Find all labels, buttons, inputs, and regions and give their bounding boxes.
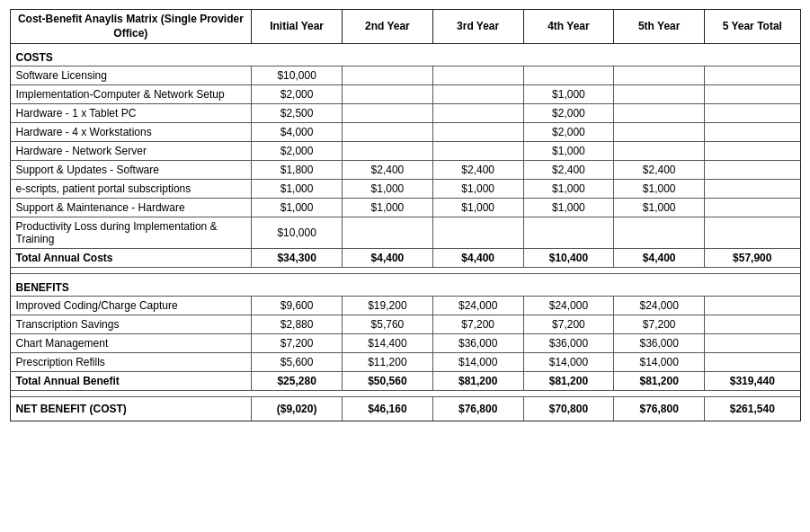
row-value: $4,000 [252, 123, 343, 142]
col-header-total: 5 Year Total [705, 10, 800, 44]
row-value: $70,800 [523, 397, 614, 421]
row-total [705, 66, 800, 85]
row-value [343, 66, 433, 85]
col-header-1: Initial Year [252, 10, 343, 44]
row-value: $1,000 [252, 199, 343, 217]
row-value: $7,200 [252, 334, 343, 353]
row-value: $1,800 [252, 161, 343, 180]
row-value: $11,200 [343, 353, 433, 372]
row-value: $2,500 [252, 104, 343, 123]
row-total [705, 199, 800, 217]
row-value [432, 217, 523, 249]
col-header-3: 3rd Year [432, 10, 523, 44]
row-label: Chart Management [10, 334, 252, 353]
row-value: $1,000 [252, 180, 343, 199]
row-label: Total Annual Benefit [10, 372, 252, 391]
row-total [705, 104, 800, 123]
spacer [10, 391, 800, 397]
row-value: $25,280 [252, 372, 343, 391]
row-value [432, 66, 523, 85]
row-value [343, 217, 433, 249]
row-value: $24,000 [432, 297, 523, 315]
row-total [705, 180, 800, 199]
col-header-2: 2nd Year [343, 10, 433, 44]
row-label: Software Licensing [10, 66, 252, 85]
row-value: $9,600 [252, 297, 343, 315]
section-header: COSTS [10, 44, 800, 66]
row-value [614, 66, 705, 85]
row-value: $14,000 [432, 353, 523, 372]
row-total [705, 353, 800, 372]
row-value [343, 123, 433, 142]
row-total: $319,440 [705, 372, 800, 391]
row-label: Productivity Loss during Implementation … [10, 217, 252, 249]
row-total: $57,900 [705, 249, 800, 268]
row-total [705, 315, 800, 334]
row-value: $7,200 [614, 315, 705, 334]
table-title: Cost-Benefit Anaylis Matrix (Single Prov… [10, 10, 252, 44]
row-value: $24,000 [614, 297, 705, 315]
row-label: e-scripts, patient portal subscriptions [10, 180, 252, 199]
row-value: $4,400 [432, 249, 523, 268]
row-value: $1,000 [614, 199, 705, 217]
row-value: $14,400 [343, 334, 433, 353]
row-value: $1,000 [614, 180, 705, 199]
row-value: $2,000 [252, 142, 343, 161]
row-value: $5,760 [343, 315, 433, 334]
row-value: $81,200 [523, 372, 614, 391]
row-value: $1,000 [523, 180, 614, 199]
row-value: $1,000 [343, 199, 433, 217]
row-value: $19,200 [343, 297, 433, 315]
row-value: $46,160 [343, 397, 433, 421]
row-value: $81,200 [614, 372, 705, 391]
row-value [343, 142, 433, 161]
row-label: Improved Coding/Charge Capture [10, 297, 252, 315]
row-value [614, 85, 705, 104]
row-value [432, 85, 523, 104]
col-header-4: 4th Year [523, 10, 614, 44]
row-label: Hardware - Network Server [10, 142, 252, 161]
cost-benefit-matrix: Cost-Benefit Anaylis Matrix (Single Prov… [10, 9, 801, 421]
row-value: $10,400 [523, 249, 614, 268]
row-value: $7,200 [523, 315, 614, 334]
row-total [705, 217, 800, 249]
row-value: $81,200 [432, 372, 523, 391]
row-value: $14,000 [523, 353, 614, 372]
row-value: $2,400 [432, 161, 523, 180]
row-total [705, 297, 800, 315]
row-value [614, 123, 705, 142]
row-value: $5,600 [252, 353, 343, 372]
row-value: $2,400 [343, 161, 433, 180]
row-total [705, 142, 800, 161]
row-value: $14,000 [614, 353, 705, 372]
row-value: $50,560 [343, 372, 433, 391]
row-total: $261,540 [705, 397, 800, 421]
row-value [614, 104, 705, 123]
row-value [343, 104, 433, 123]
row-value [523, 217, 614, 249]
row-value [523, 66, 614, 85]
row-value: $76,800 [432, 397, 523, 421]
row-total [705, 85, 800, 104]
row-value: $10,000 [252, 66, 343, 85]
row-value: $2,400 [614, 161, 705, 180]
row-label: Support & Updates - Software [10, 161, 252, 180]
row-value [614, 217, 705, 249]
row-value [614, 142, 705, 161]
row-value: $1,000 [432, 180, 523, 199]
row-value: $1,000 [523, 85, 614, 104]
row-value: $34,300 [252, 249, 343, 268]
row-value: $1,000 [343, 180, 433, 199]
row-value: $2,400 [523, 161, 614, 180]
row-label: Total Annual Costs [10, 249, 252, 268]
row-value: $7,200 [432, 315, 523, 334]
row-value: $36,000 [523, 334, 614, 353]
row-value: $36,000 [432, 334, 523, 353]
col-header-5: 5th Year [614, 10, 705, 44]
row-value: $24,000 [523, 297, 614, 315]
row-value: $2,000 [523, 104, 614, 123]
spacer [10, 268, 800, 274]
row-value: ($9,020) [252, 397, 343, 421]
row-value: $10,000 [252, 217, 343, 249]
row-value [432, 142, 523, 161]
